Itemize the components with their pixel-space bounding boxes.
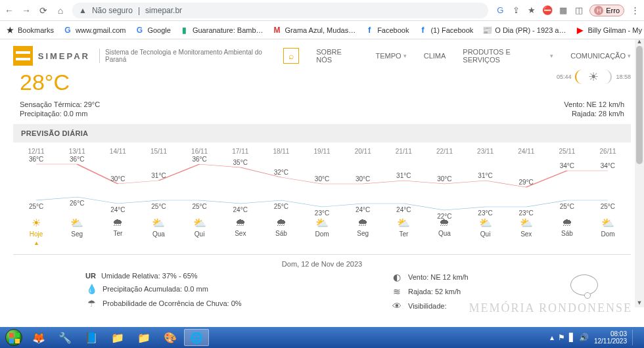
taskbar-app[interactable]: 📁 bbox=[131, 329, 156, 346]
forecast-day[interactable]: 🌧Qua bbox=[424, 217, 465, 246]
start-orb-icon bbox=[5, 329, 22, 346]
bookmark-item[interactable]: f(1) Facebook bbox=[418, 26, 473, 35]
day-label: Seg bbox=[357, 230, 369, 237]
day-label: Ter bbox=[399, 230, 408, 238]
menu-icon[interactable]: ⋮ bbox=[630, 5, 640, 16]
puzzle-icon[interactable]: ◫ bbox=[574, 5, 584, 16]
bookmark-item[interactable]: ▶Billy Gilman - My Ti… bbox=[575, 26, 644, 35]
forecast-day[interactable]: 🌧Ter bbox=[97, 217, 138, 246]
sun-icon: ☀ bbox=[588, 70, 599, 84]
low-temp-label: 23°C bbox=[478, 209, 492, 217]
grid-icon[interactable]: ▦ bbox=[558, 5, 568, 16]
reload-icon[interactable]: ⟳ bbox=[38, 5, 49, 16]
sunrise-time: 05:44 bbox=[557, 74, 572, 80]
forecast-day[interactable]: 🌧Sáb bbox=[547, 217, 587, 246]
low-temp-label: 25°C bbox=[274, 203, 288, 210]
forecast-day[interactable]: ⛅Ter bbox=[383, 217, 424, 246]
forecast-day[interactable]: ⛅Qui bbox=[465, 217, 506, 246]
taskbar-app[interactable]: 🦊 bbox=[26, 329, 51, 346]
feels-like: Sensação Térmica: 29°C bbox=[20, 100, 100, 108]
forecast-day[interactable]: ⛅Qua bbox=[138, 217, 179, 246]
low-temp-label: 25°C bbox=[560, 203, 574, 210]
nav-item[interactable]: TEMPO▾ bbox=[376, 48, 407, 64]
url-text: simepar.br bbox=[145, 6, 182, 15]
precip: Precipitação: 0.0 mm bbox=[20, 110, 100, 118]
forecast-day[interactable]: ⛅Sex bbox=[506, 217, 547, 246]
tray-flag-icon[interactable]: ⚑ bbox=[558, 333, 565, 342]
taskbar-app-icon: 📁 bbox=[111, 332, 124, 344]
day-label: Sex bbox=[520, 230, 532, 238]
star-icon[interactable]: ★ bbox=[526, 5, 537, 16]
bookmark-item[interactable]: Gwww.gmail.com bbox=[63, 26, 126, 35]
logo[interactable]: SIMEPAR Sistema de Tecnologia e Monitora… bbox=[13, 46, 283, 66]
low-temp-label: 24°C bbox=[233, 206, 248, 213]
nav-item-label: TEMPO bbox=[376, 52, 402, 60]
forecast-day[interactable]: ⛅Dom bbox=[302, 217, 342, 246]
taskbar-app[interactable]: 📘 bbox=[79, 329, 104, 346]
profile-avatar: H bbox=[594, 6, 603, 15]
day-label: Dom bbox=[315, 230, 329, 238]
wind-icon: ◐ bbox=[391, 272, 403, 282]
start-button[interactable] bbox=[3, 328, 25, 347]
bookmark-label: Grama Azul, Mudas… bbox=[285, 26, 356, 34]
search-button[interactable]: ⌕ bbox=[283, 48, 299, 64]
high-temp-label: 35°C bbox=[233, 159, 248, 166]
bookmark-item[interactable]: MGrama Azul, Mudas… bbox=[273, 26, 356, 35]
wind: Vento: NE 12 km/h bbox=[564, 100, 624, 108]
forecast-date: 22/11 bbox=[424, 148, 465, 155]
forecast-day[interactable]: ⛅Seg bbox=[57, 217, 97, 246]
address-bar[interactable]: ▲ Não seguro | simepar.br bbox=[72, 3, 488, 18]
nav-item[interactable]: SOBRE NÓS bbox=[316, 48, 358, 64]
browser-toolbar: ← → ⟳ ⌂ ▲ Não seguro | simepar.br G ⇪ ★ … bbox=[0, 0, 644, 21]
home-icon[interactable]: ⌂ bbox=[55, 5, 66, 16]
forecast-day[interactable]: 🌧Sex bbox=[220, 217, 261, 246]
forecast-day[interactable]: ⛅Dom bbox=[587, 217, 628, 246]
weather-icon: ⛅ bbox=[479, 217, 492, 229]
main-nav: ⌕ SOBRE NÓSTEMPO▾CLIMAPRODUTOS E SERVIÇO… bbox=[283, 48, 631, 64]
google-ext-icon[interactable]: G bbox=[495, 5, 505, 16]
bookmark-item[interactable]: ▮Guaranature: Bamb… bbox=[180, 26, 264, 35]
bookmark-icon: ★ bbox=[5, 26, 14, 35]
high-temp-label: 36°C bbox=[70, 156, 84, 163]
forecast-date: 24/11 bbox=[506, 148, 547, 155]
forecast-day[interactable]: ⛅Qui bbox=[179, 217, 220, 246]
bookmark-item[interactable]: GGoogle bbox=[135, 26, 170, 35]
bookmark-item[interactable]: fFacebook bbox=[365, 26, 409, 35]
taskbar-app[interactable]: 🔧 bbox=[53, 329, 78, 346]
tray-expand-icon[interactable]: ▴ bbox=[550, 333, 554, 342]
forecast-day[interactable]: 🌧Sáb bbox=[261, 217, 302, 246]
forecast-day[interactable]: 🌧Seg bbox=[342, 217, 383, 246]
tray-volume-icon[interactable]: 🔊 bbox=[579, 333, 589, 342]
high-temp-label: 31°C bbox=[478, 172, 492, 179]
forecast-date: 23/11 bbox=[465, 148, 506, 155]
show-desktop-button[interactable] bbox=[632, 330, 637, 345]
taskbar-clock[interactable]: 08:03 12/11/2023 bbox=[594, 330, 627, 345]
high-temp-label: 34°C bbox=[560, 162, 574, 169]
detail-humidity: UR Umidade Relativa: 37% - 65% bbox=[85, 272, 312, 280]
adblock-icon[interactable]: ⛔ bbox=[542, 5, 553, 16]
weather-icon: 🌧 bbox=[276, 217, 287, 228]
forecast-date: 16/11 bbox=[179, 148, 220, 155]
gust-icon: ≋ bbox=[391, 286, 403, 297]
forecast-day[interactable]: ☀Hoje▴ bbox=[16, 217, 57, 246]
day-label: Sáb bbox=[561, 230, 573, 237]
nav-item[interactable]: COMUNICAÇÃO▾ bbox=[570, 48, 631, 64]
forecast-date: 26/11 bbox=[587, 148, 628, 155]
back-icon[interactable]: ← bbox=[4, 5, 14, 16]
day-label: Qua bbox=[438, 230, 451, 237]
profile-error-badge[interactable]: H Erro bbox=[589, 5, 624, 16]
nav-item[interactable]: CLIMA bbox=[424, 48, 446, 64]
nav-item[interactable]: PRODUTOS E SERVIÇOS▾ bbox=[463, 48, 553, 64]
share-icon[interactable]: ⇪ bbox=[511, 5, 521, 16]
bookmark-icon: ▮ bbox=[180, 26, 189, 35]
tray-network-icon[interactable]: ▋ bbox=[569, 333, 575, 342]
bookmark-item[interactable]: ★Bookmarks bbox=[5, 26, 54, 35]
taskbar-app[interactable]: 📁 bbox=[105, 329, 130, 346]
high-temp-label: 36°C bbox=[29, 156, 43, 163]
forecast-date: 21/11 bbox=[383, 148, 424, 155]
forward-icon[interactable]: → bbox=[21, 5, 32, 16]
taskbar-app[interactable]: 🎨 bbox=[158, 329, 183, 346]
droplet-icon: 💧 bbox=[85, 284, 97, 294]
bookmark-item[interactable]: 📰O Dia (PR) - 1923 a… bbox=[482, 26, 566, 35]
taskbar-app[interactable]: 🌐 bbox=[184, 329, 209, 346]
